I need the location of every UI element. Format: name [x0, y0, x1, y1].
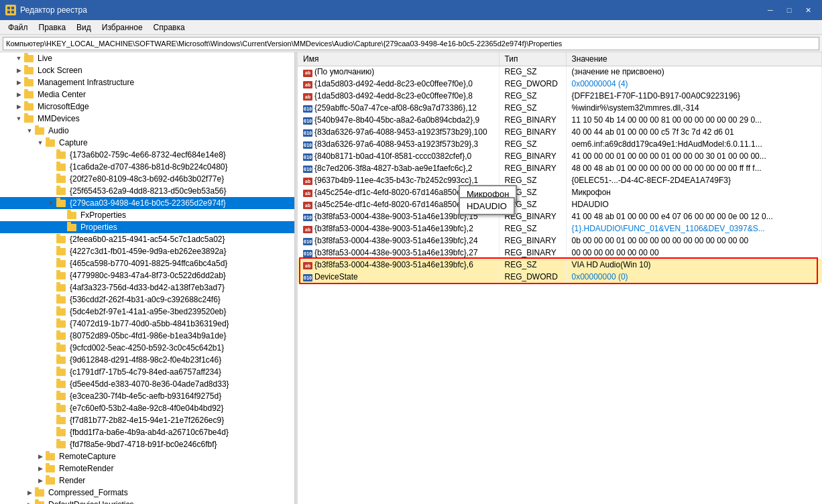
tree-item[interactable]: {4227c3d1-fb01-459e-9d9a-eb262ee3892a}: [0, 245, 294, 257]
reg-type: REG_SZ: [499, 174, 566, 186]
tree-item[interactable]: {74072d19-1b77-40d0-a5bb-4841b36319ed}: [0, 318, 294, 330]
props-row[interactable]: ab(По умолчанию)REG_SZ(значение не присв…: [298, 66, 822, 78]
reg-value: %windir%\system32\mmres.dll,-314: [566, 102, 822, 114]
tree-item[interactable]: Properties: [0, 221, 294, 233]
props-row[interactable]: ab{b3f8fa53-0004-438e-9003-51a46e139bfc}…: [298, 259, 822, 271]
reg-type: REG_BINARY: [499, 150, 566, 162]
tree-item[interactable]: {80752d89-05bc-4fd1-986e-b1ea34b9a1de}: [0, 330, 294, 342]
tree-item[interactable]: {20f27e80-8109-48c3-b692-d46b3b02f77e}: [0, 173, 294, 185]
props-row[interactable]: ab{b3f8fa53-0004-438e-9003-51a46e139bfc}…: [298, 223, 822, 235]
tree-item-label: {2feea6b0-a215-4941-ac54-5c7c1adc5a02}: [70, 235, 225, 244]
props-row[interactable]: 010{83da6326-97a6-4088-9453-a1923f573b29…: [298, 138, 822, 150]
reg-value: HDAUDIO: [566, 198, 822, 210]
tree-item-label: Lock Screen: [38, 66, 82, 75]
tree-arrow-icon: [13, 79, 24, 86]
address-path[interactable]: Компьютер\HKEY_LOCAL_MACHINE\SOFTWARE\Mi…: [3, 37, 819, 50]
props-row[interactable]: ab{a45c254e-df1c-4efd-8020-67d146a850e0}…: [298, 186, 822, 198]
tree-item[interactable]: {173a6b02-759c-4e66-8732-4ecf684e14e8}: [0, 149, 294, 161]
folder-icon: [24, 91, 34, 99]
tree-item[interactable]: {9d612848-d291-4f88-98c2-f0e4b23f1c46}: [0, 354, 294, 366]
tree-item[interactable]: DefaultDeviceHeuristics: [0, 499, 294, 504]
tree-item[interactable]: {2feea6b0-a215-4941-ac54-5c7c1adc5a02}: [0, 233, 294, 245]
tree-item[interactable]: {c1791df7-17b5-4c79-84ed-aa6757aff234}: [0, 366, 294, 378]
folder-icon: [56, 332, 66, 340]
tree-item[interactable]: {e7c60ef0-53b2-4a8e-92c8-4f0e04b4bd92}: [0, 402, 294, 414]
reg-value: 40 00 44 ab 01 00 00 00 c5 7f 3c 7d 42 d…: [566, 126, 822, 138]
menu-help[interactable]: Справка: [148, 20, 190, 35]
tree-item[interactable]: Compressed_Formats: [0, 487, 294, 499]
reg-type: REG_SZ: [499, 102, 566, 114]
tree-item[interactable]: {1ca6da2e-d707-4386-b81d-8c9b224c0480}: [0, 161, 294, 173]
reg-type: REG_BINARY: [499, 210, 566, 223]
tree-item[interactable]: RemoteRender: [0, 462, 294, 475]
title-bar: Редактор реестра ─ □ ✕: [0, 0, 822, 20]
reg-value: 41 00 00 00 01 00 00 00 01 00 00 00 30 0…: [566, 150, 822, 162]
tree-item-label: RemoteCapture: [59, 452, 116, 461]
tree-item[interactable]: {5dc4eb2f-97e1-41a1-a95e-3bed239520eb}: [0, 306, 294, 318]
minimize-button[interactable]: ─: [762, 3, 779, 17]
folder-icon: [56, 357, 66, 364]
menu-file[interactable]: Файл: [3, 20, 34, 35]
props-row[interactable]: ab{9637b4b9-11ee-4c35-b43c-7b2452c993cc}…: [298, 174, 822, 186]
reg-type: REG_SZ: [499, 90, 566, 102]
menu-edit[interactable]: Правка: [34, 20, 72, 35]
props-row[interactable]: ab{1da5d803-d492-4edd-8c23-e0c0ffee7f0e}…: [298, 78, 822, 90]
tree-item[interactable]: Management Infrastructure: [0, 76, 294, 88]
tree-item[interactable]: Audio: [0, 125, 294, 137]
props-row[interactable]: 010{83da6326-97a6-4088-9453-a1923f573b29…: [298, 126, 822, 138]
tree-item[interactable]: {fd7f8a5e-9bd7-4718-b91f-bc0e246c6fbf}: [0, 438, 294, 450]
props-row[interactable]: 010{259abffc-50a7-47ce-af08-68c9a7d73386…: [298, 102, 822, 114]
tree-item[interactable]: Live: [0, 52, 294, 64]
tree-item-label: {9d612848-d291-4f88-98c2-f0e4b23f1c46}: [70, 355, 221, 365]
tree-item[interactable]: {536cdd2f-262f-4b31-a0c9-c392688c24f6}: [0, 294, 294, 306]
title-bar-left: Редактор реестра: [5, 5, 87, 15]
tree-item[interactable]: Capture: [0, 137, 294, 149]
folder-icon: [24, 79, 34, 86]
close-button[interactable]: ✕: [799, 3, 817, 17]
tree-item[interactable]: {4af3a323-756d-4d33-bd42-a138f7eb3ad7}: [0, 281, 294, 294]
tree-item-label: {c1791df7-17b5-4c79-84ed-aa6757aff234}: [70, 367, 221, 377]
menu-view[interactable]: Вид: [71, 20, 97, 35]
app-icon: [5, 5, 16, 15]
props-row[interactable]: ab{a45c254e-df1c-4efd-8020-67d146a850e0}…: [298, 198, 822, 210]
reg-sz-icon: ab: [303, 226, 312, 233]
reg-binary-icon: 010: [303, 117, 312, 125]
props-row[interactable]: 010{b3f8fa53-0004-438e-9003-51a46e139bfc…: [298, 247, 822, 259]
tree-item[interactable]: Lock Screen: [0, 64, 294, 76]
reg-value: 48 00 48 ab 01 00 00 00 00 00 00 00 00 0…: [566, 162, 822, 174]
props-row[interactable]: 010{8c7ed206-3f8a-4827-b3ab-ae9e1faefc6c…: [298, 162, 822, 174]
tree-item[interactable]: {25f65453-62a9-4dd8-8213-d50c9eb53a56}: [0, 185, 294, 197]
tree-panel[interactable]: LiveLock ScreenManagement Infrastructure…: [0, 52, 295, 504]
reg-type: REG_SZ: [499, 66, 566, 78]
tree-item-label: Media Center: [38, 90, 86, 99]
tree-item[interactable]: FxProperties: [0, 209, 294, 221]
tree-item[interactable]: RemoteCapture: [0, 450, 294, 462]
props-panel: Имя Тип Значение ab(По умолчанию)REG_SZ(…: [298, 52, 822, 504]
tree-item[interactable]: {9cfcd002-5eac-4250-b592-3c0c45c642b1}: [0, 342, 294, 354]
tree-item[interactable]: MicrosoftEdge: [0, 101, 294, 113]
svg-rect-1: [11, 7, 14, 9]
reg-sz-icon: ab: [303, 81, 312, 88]
tree-item[interactable]: {279caa03-9498-4e16-b0c5-22365d2e974f}: [0, 197, 294, 209]
props-row[interactable]: ab{1da5d803-d492-4edd-8c23-e0c0ffee7f0e}…: [298, 90, 822, 102]
reg-binary-icon: 010: [303, 129, 312, 137]
props-row[interactable]: 010{840b8171-b0ad-410f-8581-cccc0382cfef…: [298, 150, 822, 162]
props-row[interactable]: 010DeviceStateREG_DWORD0x00000000 (0): [298, 271, 822, 283]
tree-item[interactable]: {fbdd1f7a-ba6e-4b9a-ab4d-a26710c67be4d}: [0, 426, 294, 438]
tree-item[interactable]: {d5ee45dd-e383-4070-8e36-04ade7ad8d33}: [0, 378, 294, 390]
tree-item[interactable]: Media Center: [0, 88, 294, 101]
props-row[interactable]: 010{b3f8fa53-0004-438e-9003-51a46e139bfc…: [298, 210, 822, 223]
folder-icon: [24, 67, 34, 74]
tree-item[interactable]: Render: [0, 475, 294, 487]
props-row[interactable]: 010{540b947e-8b40-45bc-a8a2-6a0b894cbda2…: [298, 114, 822, 126]
maximize-button[interactable]: □: [780, 3, 798, 17]
tree-item[interactable]: {f7d81b77-2b82-4e15-94e1-21e7f2626ec9}: [0, 414, 294, 426]
tree-item[interactable]: MMDevices: [0, 113, 294, 125]
tree-item[interactable]: {4779980c-9483-47a4-8f73-0c522d6dd2ab}: [0, 269, 294, 281]
reg-value: 0x00000000 (0): [566, 271, 822, 283]
reg-sz-icon: ab: [303, 262, 312, 269]
tree-item[interactable]: {e3cea230-7f4b-4e5c-aefb-b93164f9275d}: [0, 390, 294, 402]
tree-item[interactable]: {465ca598-b770-4091-8825-94ffca6bc4a5d}: [0, 257, 294, 269]
props-row[interactable]: 010{b3f8fa53-0004-438e-9003-51a46e139bfc…: [298, 235, 822, 247]
menu-favorites[interactable]: Избранное: [97, 20, 148, 35]
